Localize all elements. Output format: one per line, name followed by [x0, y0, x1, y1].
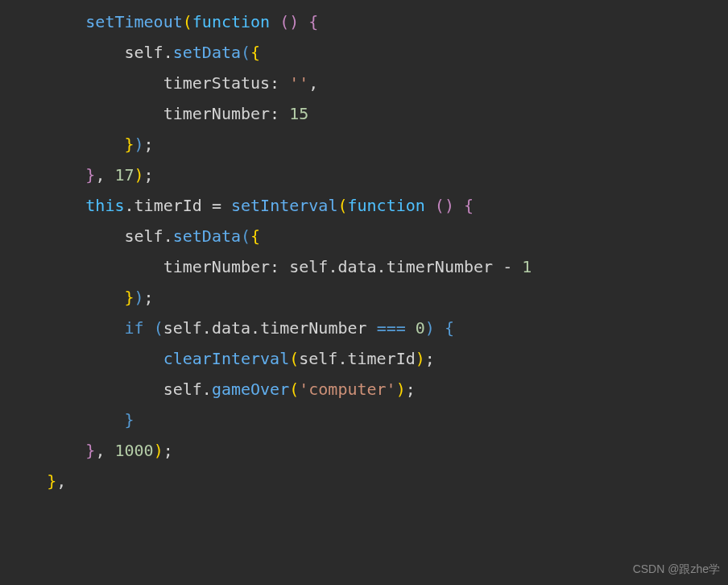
- code-line: }: [8, 405, 728, 435]
- code-line: self.gameOver('computer');: [8, 374, 728, 405]
- code-line: timerNumber: self.data.timerNumber - 1: [8, 251, 728, 282]
- code-line: timerNumber: 15: [8, 98, 728, 129]
- fn-setTimeout: setTimeout: [85, 12, 182, 31]
- code-line: }, 17);: [8, 160, 728, 190]
- code-editor[interactable]: setTimeout(function () { self.setData({ …: [0, 6, 728, 496]
- code-line: self.setData({: [8, 221, 728, 251]
- code-line: });: [8, 282, 728, 313]
- code-line: self.setData({: [8, 37, 728, 68]
- code-line: }, 1000);: [8, 435, 728, 466]
- code-line: setTimeout(function () {: [8, 6, 728, 37]
- code-line: },: [8, 466, 728, 496]
- code-line: });: [8, 129, 728, 160]
- code-line: this.timerId = setInterval(function () {: [8, 190, 728, 221]
- code-line: clearInterval(self.timerId);: [8, 343, 728, 374]
- code-line: if (self.data.timerNumber === 0) {: [8, 313, 728, 343]
- watermark: CSDN @跟zhe学: [633, 558, 720, 580]
- code-line: timerStatus: '',: [8, 68, 728, 98]
